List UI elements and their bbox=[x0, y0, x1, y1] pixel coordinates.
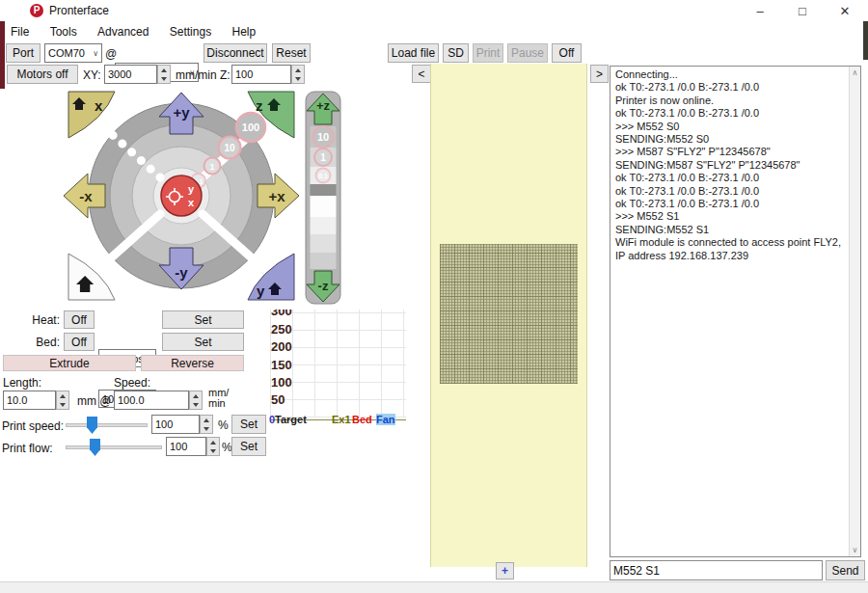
jog-step-10[interactable]: 10 bbox=[219, 137, 241, 159]
extrude-speed-input[interactable] bbox=[114, 391, 189, 410]
print-speed-stepper[interactable] bbox=[200, 415, 213, 434]
log-line: >>> M587 S"FLY2" P"12345678" bbox=[615, 146, 845, 158]
log-line: SENDING:M552 S1 bbox=[615, 224, 845, 236]
gcode-viewer[interactable] bbox=[430, 64, 587, 567]
chevron-down-icon: ∨ bbox=[93, 49, 98, 58]
length-label: Length: bbox=[3, 376, 41, 390]
log-line: WiFi module is connected to access point… bbox=[615, 236, 845, 249]
maximize-button[interactable]: □ bbox=[781, 0, 824, 23]
print-speed-slider-thumb[interactable] bbox=[87, 417, 97, 434]
spin-down-icon[interactable] bbox=[158, 74, 170, 83]
xy-feed-input[interactable] bbox=[104, 65, 157, 84]
jog-step-100[interactable]: 100 bbox=[236, 113, 265, 142]
print-flow-slider-track[interactable] bbox=[66, 445, 162, 449]
command-input[interactable] bbox=[610, 560, 823, 580]
print-speed-input[interactable] bbox=[151, 415, 200, 434]
home-y-label: y bbox=[257, 283, 265, 299]
bed-label: Bed: bbox=[25, 336, 60, 349]
home-x-button[interactable]: x bbox=[68, 92, 115, 138]
z-feed-stepper[interactable] bbox=[291, 65, 305, 84]
z-step-01-label: 0.1 bbox=[318, 173, 328, 179]
z-jog-column: +z 10 1 0.1 -z bbox=[305, 91, 341, 305]
z-band-down-01[interactable] bbox=[311, 196, 337, 217]
send-button[interactable]: Send bbox=[826, 560, 865, 580]
scroll-down-icon[interactable]: ∨ bbox=[850, 546, 860, 554]
z-step-01[interactable]: 0.1 bbox=[316, 169, 331, 183]
heat-off-button[interactable]: Off bbox=[64, 310, 95, 329]
extrude-speed-stepper[interactable] bbox=[189, 391, 203, 410]
bed-off-button[interactable]: Off bbox=[64, 333, 95, 351]
xy-feed-stepper[interactable] bbox=[157, 65, 171, 84]
port-select[interactable]: COM70 ∨ bbox=[44, 43, 102, 63]
spin-down-icon[interactable] bbox=[207, 446, 219, 455]
print-flow-set-button[interactable]: Set bbox=[231, 437, 266, 456]
spin-down-icon[interactable] bbox=[190, 400, 202, 409]
z-feed-input[interactable] bbox=[231, 65, 291, 84]
log-line: ok T0:-273.1 /0.0 B:-273.1 /0.0 bbox=[615, 81, 845, 94]
disconnect-button[interactable]: Disconnect bbox=[203, 43, 267, 63]
reset-button[interactable]: Reset bbox=[272, 43, 311, 63]
off-button[interactable]: Off bbox=[552, 43, 582, 63]
z-step-10[interactable]: 10 bbox=[312, 126, 334, 148]
menu-settings[interactable]: Settings bbox=[161, 23, 220, 40]
spin-down-icon[interactable] bbox=[292, 74, 304, 83]
heat-set-button[interactable]: Set bbox=[162, 310, 244, 329]
spin-up-icon[interactable] bbox=[201, 416, 212, 424]
print-button: Print bbox=[473, 43, 503, 63]
spin-up-icon[interactable] bbox=[190, 391, 202, 400]
spin-up-icon[interactable] bbox=[292, 66, 304, 74]
menu-file[interactable]: File bbox=[2, 23, 38, 40]
menu-advanced[interactable]: Advanced bbox=[89, 23, 157, 40]
graph-ytick: 200 bbox=[271, 339, 292, 354]
print-flow-stepper[interactable] bbox=[206, 437, 220, 456]
print-speed-percent: % bbox=[218, 418, 229, 432]
z-band-zero[interactable] bbox=[311, 184, 337, 196]
collapse-left-button[interactable]: < bbox=[412, 65, 431, 83]
bed-set-button[interactable]: Set bbox=[162, 333, 244, 351]
menu-bar: File Tools Advanced Settings Help bbox=[2, 23, 264, 41]
sd-button[interactable]: SD bbox=[443, 43, 469, 63]
log-line: >>> M552 S1 bbox=[615, 210, 845, 223]
z-band-down-1[interactable] bbox=[311, 217, 337, 234]
minimize-button[interactable]: – bbox=[739, 0, 781, 23]
print-flow-input[interactable] bbox=[166, 437, 206, 456]
load-file-button[interactable]: Load file bbox=[388, 43, 439, 63]
print-flow-slider-thumb[interactable] bbox=[90, 439, 100, 456]
length-stepper[interactable] bbox=[56, 391, 69, 410]
log-panel[interactable]: Connecting... ok T0:-273.1 /0.0 B:-273.1… bbox=[610, 66, 861, 557]
log-line: ok T0:-273.1 /0.0 B:-273.1 /0.0 bbox=[615, 185, 845, 198]
menu-help[interactable]: Help bbox=[223, 23, 264, 40]
menu-tools[interactable]: Tools bbox=[41, 23, 86, 40]
graph-legend-ex1: Ex1 bbox=[332, 414, 351, 425]
print-speed-slider-track[interactable] bbox=[66, 423, 148, 427]
collapse-right-button[interactable]: > bbox=[590, 65, 609, 83]
z-step-1[interactable]: 1 bbox=[314, 148, 332, 166]
port-button[interactable]: Port bbox=[6, 43, 41, 63]
z-band-down-100[interactable] bbox=[311, 253, 337, 269]
close-button[interactable]: ✕ bbox=[824, 0, 866, 23]
home-x-label: x bbox=[95, 97, 103, 114]
jog-step-1[interactable]: 1 bbox=[204, 158, 221, 175]
spin-up-icon[interactable] bbox=[57, 391, 68, 400]
graph-ytick: 150 bbox=[271, 358, 292, 372]
log-scrollbar[interactable]: ∧ ∨ bbox=[849, 67, 860, 556]
reverse-button[interactable]: Reverse bbox=[141, 355, 244, 371]
spin-down-icon[interactable] bbox=[57, 400, 68, 409]
print-speed-set-button[interactable]: Set bbox=[231, 415, 266, 434]
spin-down-icon[interactable] bbox=[201, 424, 212, 433]
z-band-down-10[interactable] bbox=[311, 234, 337, 253]
jog-step-1-label: 1 bbox=[209, 162, 214, 172]
mm-at-label: mm @ bbox=[77, 394, 112, 408]
jog-center-button[interactable]: y x bbox=[161, 175, 202, 216]
viewer-add-button[interactable]: + bbox=[496, 562, 514, 580]
jog-minus-y-label: -y bbox=[175, 264, 188, 281]
length-input[interactable] bbox=[3, 391, 56, 410]
motors-off-button[interactable]: Motors off bbox=[7, 65, 78, 84]
graph-legend-target: Target bbox=[275, 414, 307, 425]
build-plate-grid[interactable] bbox=[440, 244, 578, 384]
spin-up-icon[interactable] bbox=[207, 438, 219, 446]
scroll-up-icon[interactable]: ∧ bbox=[850, 67, 860, 77]
spin-up-icon[interactable] bbox=[158, 66, 170, 74]
extrude-button[interactable]: Extrude bbox=[3, 355, 136, 371]
log-line: ok T0:-273.1 /0.0 B:-273.1 /0.0 bbox=[615, 172, 845, 184]
